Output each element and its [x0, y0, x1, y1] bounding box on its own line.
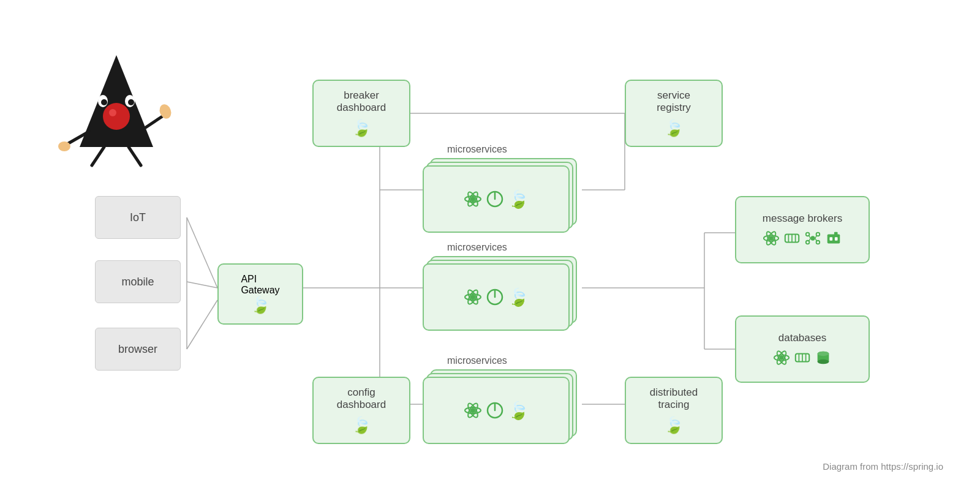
svg-point-35	[470, 197, 475, 202]
atom-icon-1	[464, 190, 482, 208]
svg-line-1	[187, 282, 217, 288]
svg-point-84	[818, 360, 829, 364]
svg-point-41	[470, 295, 475, 300]
service-registry-title: serviceregistry	[657, 89, 691, 114]
databases-box: databases	[735, 315, 870, 383]
svg-line-67	[809, 238, 810, 241]
microservices-label-2: microservices	[447, 242, 507, 253]
tracing-leaf-icon: 🍃	[664, 416, 684, 435]
leaf-icon-1: 🍃	[508, 189, 529, 209]
leaf-icon-2: 🍃	[508, 287, 529, 307]
svg-point-85	[818, 352, 829, 356]
svg-line-66	[809, 235, 810, 238]
svg-line-68	[815, 235, 817, 238]
svg-line-34	[129, 147, 141, 165]
message-brokers-title: message brokers	[763, 213, 842, 225]
mascot	[49, 37, 184, 172]
power-icon-1	[486, 190, 504, 208]
message-brokers-box: message brokers	[735, 196, 870, 263]
microservices-label-1: microservices	[447, 144, 507, 155]
client-mobile: mobile	[95, 260, 181, 303]
kafka-icon	[804, 230, 821, 247]
breaker-dashboard-box: breakerdashboard 🍃	[312, 80, 410, 147]
message-brokers-icons	[763, 230, 842, 247]
breaker-title: breakerdashboard	[337, 89, 386, 114]
rabbit-icon	[825, 230, 842, 247]
distributed-tracing-box: distributedtracing 🍃	[625, 377, 723, 444]
svg-rect-72	[829, 237, 832, 241]
svg-line-2	[187, 300, 217, 349]
mq-db-icon	[794, 349, 811, 366]
config-leaf-icon: 🍃	[352, 416, 371, 435]
client-browser: browser	[95, 328, 181, 371]
leaf-icon-3: 🍃	[508, 401, 529, 421]
atom-icon-2	[464, 288, 482, 306]
credit-text: Diagram from https://spring.io	[823, 461, 943, 472]
svg-line-30	[144, 116, 162, 129]
service-registry-box: serviceregistry 🍃	[625, 80, 723, 147]
ms-stack-3-main: 🍃	[423, 377, 570, 444]
svg-point-24	[109, 109, 116, 116]
svg-point-61	[810, 236, 815, 240]
svg-rect-71	[834, 232, 838, 236]
databases-icons	[773, 349, 832, 366]
api-gateway-box: API Gateway 🍃	[217, 263, 303, 325]
svg-line-69	[815, 238, 817, 241]
svg-rect-70	[827, 234, 840, 243]
svg-point-47	[470, 408, 475, 413]
config-title: configdashboard	[337, 386, 386, 411]
svg-point-27	[101, 99, 107, 105]
svg-point-74	[779, 355, 783, 360]
power-icon-2	[486, 288, 504, 306]
atom-icon-3	[464, 401, 482, 420]
databases-title: databases	[778, 332, 826, 344]
ms-stack-1-main: 🍃	[423, 165, 570, 233]
breaker-leaf-icon: 🍃	[352, 119, 371, 138]
atom-db-icon	[773, 349, 790, 366]
svg-rect-73	[835, 237, 838, 241]
config-dashboard-box: configdashboard 🍃	[312, 377, 410, 444]
registry-leaf-icon: 🍃	[664, 119, 684, 138]
svg-line-0	[187, 217, 217, 288]
client-iot: IoT	[95, 196, 181, 239]
microservices-label-3: microservices	[447, 355, 507, 366]
cylinder-icon	[815, 349, 832, 366]
mq-icon	[783, 230, 801, 247]
svg-point-32	[58, 141, 70, 151]
leaf-icon: 🍃	[251, 296, 270, 315]
svg-point-23	[103, 103, 130, 130]
api-gateway-title: API Gateway	[241, 274, 279, 296]
distributed-tracing-title: distributedtracing	[650, 386, 698, 411]
svg-line-33	[92, 147, 104, 165]
power-icon-3	[486, 401, 504, 420]
svg-marker-22	[80, 55, 153, 147]
svg-point-53	[769, 236, 773, 240]
api-gateway-icons: 🍃	[251, 296, 270, 315]
atom-mb-icon	[763, 230, 780, 247]
svg-point-28	[128, 99, 134, 105]
ms-stack-2-main: 🍃	[423, 263, 570, 331]
